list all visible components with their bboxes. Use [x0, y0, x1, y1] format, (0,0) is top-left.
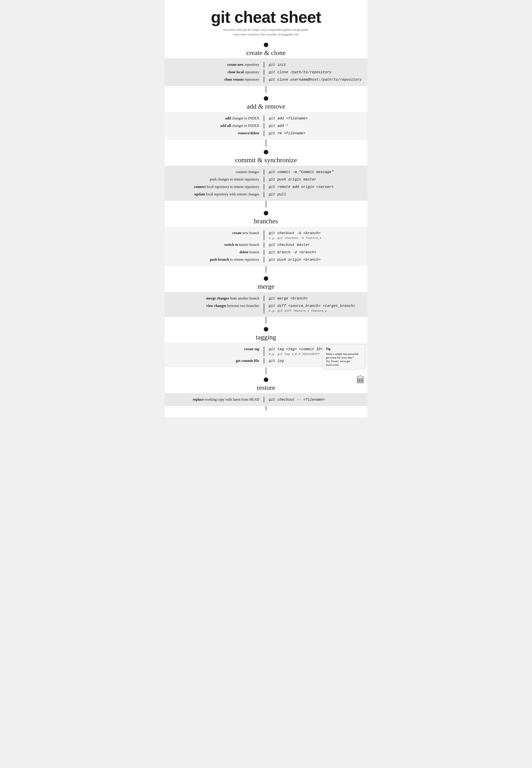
cmd-row: merge changes from another branchgit mer…: [165, 295, 367, 302]
cmd-row: connect local repository to remote repos…: [165, 183, 367, 191]
cmd-label: switch to master branch: [165, 242, 264, 247]
content-area-restore: replace working copy with latest from HE…: [165, 393, 367, 406]
cmd-row: create new branchgit checkout -b <branch…: [165, 229, 367, 241]
connector-line: [266, 317, 266, 323]
cmd-row: view changes between two branchesgit dif…: [165, 302, 367, 314]
cmd-label: replace working copy with latest from HE…: [165, 397, 264, 402]
main-title: git cheat sheet: [169, 9, 363, 25]
section-add-remove: add & removeadd changes to INDEXgit add …: [165, 93, 367, 140]
section-create-clone: create & clonecreate new repositorygit i…: [165, 39, 367, 86]
cmd-code: git add *: [264, 123, 363, 129]
section-restore: restorereplace working copy with latest …: [165, 374, 367, 406]
section-merge: mergemerge changes from another branchgi…: [165, 273, 367, 317]
section-title-restore: restore: [165, 384, 367, 392]
cmd-label: remove/delete: [165, 130, 264, 136]
cmd-label: view changes between two branches: [165, 303, 264, 308]
section-branches: branchescreate new branchgit checkout -b…: [165, 207, 367, 266]
cmd-row: switch to master branchgit checkout mast…: [165, 241, 367, 248]
timeline-dot: [264, 43, 268, 47]
timeline-dot: [264, 150, 268, 154]
cmd-label: delete branch: [165, 249, 264, 255]
content-area-create-clone: create new repositorygit initclone local…: [165, 58, 367, 86]
connector-line: [266, 266, 266, 273]
section-title-commit-sync: commit & synchronize: [165, 156, 367, 164]
cmd-label: push branch to remote repository: [165, 257, 264, 262]
cmd-row: clone local repositorygit clone /path/to…: [165, 68, 367, 76]
cmd-row: add all changes to INDEXgit add *: [165, 122, 367, 130]
connector-line: [266, 367, 266, 374]
subtitle: learn more about git the simple way at r…: [169, 27, 363, 37]
cmd-code: git rm <filename>: [264, 131, 363, 136]
cmd-label: connect local repository to remote repos…: [165, 184, 264, 189]
timeline-dot: [264, 276, 268, 281]
cmd-code: git checkout -- <filename>: [264, 397, 363, 403]
cmd-row: update local repository with remote chan…: [165, 191, 367, 198]
cmd-code: git checkout master: [264, 242, 363, 248]
cmd-code: git pull: [264, 192, 363, 197]
cmd-label: create new branch: [165, 230, 264, 236]
cmd-code: git push origin master: [264, 177, 363, 182]
timeline-dot: [264, 211, 268, 215]
section-header-merge: merge: [165, 273, 367, 292]
page: git cheat sheet learn more about git the…: [165, 0, 367, 418]
header: git cheat sheet learn more about git the…: [165, 0, 367, 39]
tip-title: Tip: [326, 347, 361, 351]
timeline-dot: [264, 327, 268, 331]
content-area-add-remove: add changes to INDEXgit add <filename>ad…: [165, 112, 367, 140]
section-header-branches: branches: [165, 207, 367, 227]
cmd-row: clone remote repositorygit clone usernam…: [165, 76, 367, 83]
connector-line: [266, 86, 266, 93]
section-commit-sync: commit & synchronizecommit changesgit co…: [165, 146, 367, 201]
section-header-create-clone: create & clone: [165, 39, 367, 58]
cmd-row: replace working copy with latest from HE…: [165, 396, 367, 404]
section-title-branches: branches: [165, 217, 367, 225]
cmd-code: git init: [264, 62, 363, 68]
subtitle-line2: cheat sheet created by Nina Jaeschke of …: [234, 33, 299, 36]
cmd-code: git clone username@host:/path/to/reposit…: [264, 77, 363, 82]
cmd-row: add changes to INDEXgit add <filename>: [165, 115, 367, 122]
cmd-label: create tag: [165, 346, 264, 352]
timeline: create & clonecreate new repositorygit i…: [165, 39, 367, 418]
section-tagging: taggingcreate taggit tag <tag> <commit I…: [165, 323, 367, 367]
tip-text: Want a simple but powerful git-client fo…: [326, 352, 361, 359]
final-connector: [266, 406, 266, 411]
connector-line: [266, 140, 266, 146]
cmd-row: push changes to remote repositorygit pus…: [165, 176, 367, 183]
cmd-code: git add <filename>: [264, 116, 363, 121]
cmd-label: update local repository with remote chan…: [165, 191, 264, 197]
timeline-dot: [264, 96, 268, 101]
section-header-restore: restore: [165, 374, 367, 393]
cmd-code: git commit -m "Commit message": [264, 169, 363, 175]
cmd-label: push changes to remote repository: [165, 177, 264, 182]
tip-link: Try Tower: www.git-tower.com/: [326, 359, 361, 366]
section-header-tagging: tagging: [165, 323, 367, 343]
cmd-label: merge changes from another branch: [165, 296, 264, 301]
timeline-dot: [264, 377, 268, 382]
content-area-merge: merge changes from another branchgit mer…: [165, 292, 367, 317]
section-title-create-clone: create & clone: [165, 49, 367, 57]
cmd-row: create new repositorygit init: [165, 61, 367, 68]
content-area-commit-sync: commit changesgit commit -m "Commit mess…: [165, 166, 367, 201]
cmd-row: delete branchgit branch -d <branch>: [165, 248, 367, 256]
section-title-merge: merge: [165, 282, 367, 290]
cmd-code: git branch -d <branch>: [264, 250, 363, 255]
section-title-add-remove: add & remove: [165, 102, 367, 110]
section-header-commit-sync: commit & synchronize: [165, 146, 367, 166]
cmd-label: get commit IDs: [165, 358, 264, 363]
cmd-code: git remote add origin <server>: [264, 184, 363, 190]
cmd-label: add changes to INDEX: [165, 116, 264, 121]
cmd-label: clone remote repository: [165, 77, 264, 82]
subtitle-line1: learn more about git the simple way at r…: [223, 28, 309, 31]
connector-line: [266, 201, 266, 207]
tip-box: Tip Want a simple but powerful git-clien…: [322, 344, 365, 369]
cmd-row: remove/deletegit rm <filename>: [165, 130, 367, 137]
cmd-label: commit changes: [165, 169, 264, 175]
content-area-branches: create new branchgit checkout -b <branch…: [165, 227, 367, 266]
cmd-code: git diff <source_branch> <target_branch>…: [264, 303, 363, 313]
cmd-row: push branch to remote repositorygit push…: [165, 256, 367, 263]
section-header-add-remove: add & remove: [165, 93, 367, 112]
cmd-code: git merge <branch>: [264, 296, 363, 301]
cmd-code: git checkout -b <branch>e.g. git checkou…: [264, 230, 363, 240]
cmd-label: clone local repository: [165, 69, 264, 75]
cmd-code: git push origin <branch>: [264, 257, 363, 262]
